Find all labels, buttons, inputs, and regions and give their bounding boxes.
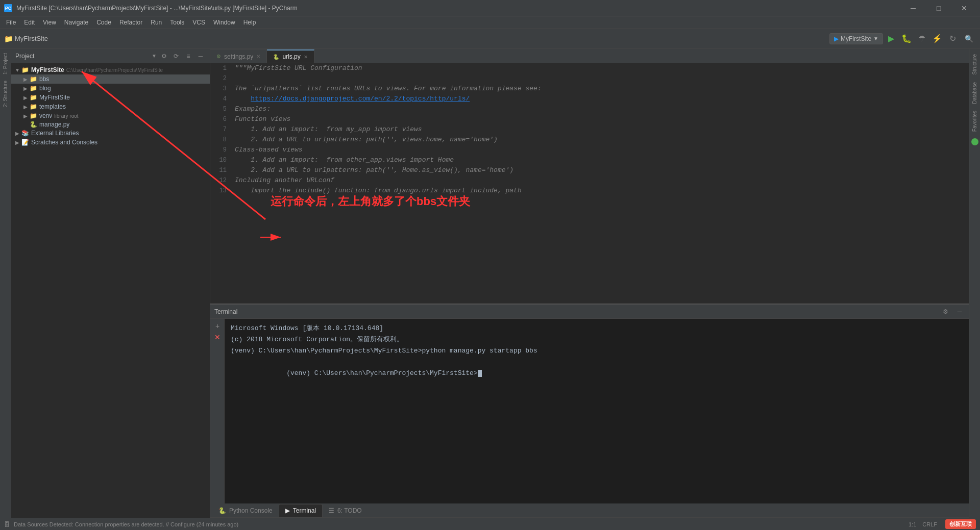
run-config-selector[interactable]: ▶ MyFirstSite ▼ [829,33,883,44]
toolbar-project: 📁 MyFirstSite [4,35,48,43]
extlibs-icon: 📚 [21,130,29,137]
run-config-icon: ▶ [834,35,839,42]
code-line-6: 6 Function views [210,114,969,124]
menu-edit[interactable]: Edit [20,16,39,29]
line-endings: CRLF [922,521,937,527]
terminal-settings-btn[interactable]: ⚙ [940,307,950,317]
project-sync-icon[interactable]: ⟳ [171,51,181,61]
scratches-icon: 📝 [21,139,29,146]
venv-library-label: library root [54,113,78,119]
run-button[interactable]: ▶ [884,32,898,46]
tree-managepy-label: manage.py [39,121,69,128]
terminal-minimize-btn[interactable]: ─ [954,307,965,317]
tab-todo[interactable]: ☰ 6: TODO [323,504,368,517]
tree-templates-label: templates [39,103,66,110]
code-editor[interactable]: 1 """MyFirstSite URL Configuration 2 3 T… [210,63,969,304]
menu-view[interactable]: View [39,16,60,29]
tree-myfirstsite-label: MyFirstSite [39,94,70,101]
code-line-9: 9 Class-based views [210,145,969,155]
profile-button[interactable]: ⚡ [930,32,944,46]
tree-ext-label: External Libraries [31,130,79,137]
urls-tab-close[interactable]: ✕ [304,54,308,60]
project-panel: Project ▼ ⚙ ⟳ ≡ ─ ▼ 📁 MyFirstSite C:\Use… [11,49,210,518]
reload-button[interactable]: ↻ [945,32,960,46]
folder-icon: 📁 [4,35,13,43]
terminal-prompt-line: (venv) C:\Users\han\PycharmProjects\MyFi… [231,357,963,390]
close-button[interactable]: ✕ [952,0,976,16]
code-line-12: 12 Including another URLconf [210,175,969,186]
menu-code[interactable]: Code [92,16,115,29]
templates-folder-icon: 📁 [30,103,37,110]
tree-item-managepy[interactable]: 🐍 manage.py [11,120,210,129]
code-line-5: 5 Examples: [210,104,969,114]
structure-strip-label[interactable]: 2: Structure [2,79,9,109]
coverage-button[interactable]: ☂ [915,32,929,46]
green-indicator[interactable] [971,138,978,145]
window-title: MyFirstSite [C:\Users\han\PycharmProject… [16,5,897,12]
tree-item-templates[interactable]: ▶ 📁 templates [11,102,210,111]
terminal-line-copyright: (c) 2018 Microsoft Corporation。保留所有权利。 [231,334,963,345]
tree-root-path: C:\Users\han\PycharmProjects\MyFirstSite [66,67,163,73]
terminal-header: Terminal ⚙ ─ [210,305,969,319]
code-line-8: 8 2. Add a URL to urlpatterns: path('', … [210,135,969,145]
bottom-tabs: 🐍 Python Console ▶ Terminal ☰ 6: TODO [210,503,969,518]
app-icon: PC [4,4,12,12]
terminal-section: Terminal ⚙ ─ + ✕ Microsoft Windows [版本 1… [210,304,969,518]
tree-bbs-label: bbs [39,75,49,83]
menu-tools[interactable]: Tools [166,16,188,29]
tab-python-console[interactable]: 🐍 Python Console [212,504,279,517]
terminal-add-btn[interactable]: + [212,321,223,331]
terminal-body-container: + ✕ Microsoft Windows [版本 10.0.17134.648… [210,319,969,503]
python-console-label: Python Console [229,507,273,514]
menu-help[interactable]: Help [239,16,260,29]
database-right-label[interactable]: Database [971,79,978,107]
code-line-11: 11 2. Add a URL to urlpatterns: path('',… [210,165,969,175]
tree-item-blog[interactable]: ▶ 📁 blog [11,84,210,93]
terminal-tab-label: Terminal [293,507,316,514]
project-collapse-icon[interactable]: ≡ [183,51,193,61]
myfirstsite-folder-icon: 📁 [30,94,37,101]
tree-item-bbs[interactable]: ▶ 📁 bbs [11,74,210,84]
terminal-tab-icon: ▶ [285,507,290,514]
terminal-output[interactable]: Microsoft Windows [版本 10.0.17134.648] (c… [225,319,969,503]
menu-file[interactable]: File [2,16,20,29]
project-close-icon[interactable]: ─ [195,51,206,61]
tree-item-external-libs[interactable]: ▶ 📚 External Libraries [11,129,210,138]
tab-settings[interactable]: ⚙ settings.py ✕ [210,49,267,63]
run-controls: ▶ MyFirstSite ▼ ▶ 🐛 ☂ ⚡ ↻ [829,32,960,46]
title-bar: PC MyFirstSite [C:\Users\han\PycharmProj… [0,0,980,16]
menu-navigate[interactable]: Navigate [60,16,92,29]
search-everywhere-button[interactable]: 🔍 [962,32,976,46]
minimize-button[interactable]: ─ [901,0,925,16]
maximize-button[interactable]: □ [927,0,950,16]
settings-tab-label: settings.py [224,53,253,60]
project-strip-label[interactable]: 1: Project [2,51,9,77]
tab-terminal[interactable]: ▶ Terminal [279,504,323,517]
terminal-line-windows: Microsoft Windows [版本 10.0.17134.648] [231,323,963,334]
tree-ext-arrow: ▶ [13,129,21,137]
tree-venv-arrow: ▶ [21,112,30,120]
tab-urls[interactable]: 🐍 urls.py ✕ [267,49,314,63]
debug-button[interactable]: 🐛 [899,32,914,46]
code-line-10: 10 1. Add an import: from other_app.view… [210,155,969,165]
terminal-close-btn[interactable]: ✕ [212,332,223,342]
settings-tab-close[interactable]: ✕ [256,54,260,59]
menu-run[interactable]: Run [146,16,166,29]
menu-window[interactable]: Window [209,16,239,29]
python-console-icon: 🐍 [218,507,226,514]
project-settings-gear[interactable]: ⚙ [159,51,169,61]
status-message: Data Sources Detected: Connection proper… [14,521,238,527]
tree-root[interactable]: ▼ 📁 MyFirstSite C:\Users\han\PycharmProj… [11,65,210,74]
tree-item-scratches[interactable]: ▶ 📝 Scratches and Consoles [11,138,210,147]
menu-vcs[interactable]: VCS [188,16,209,29]
menu-refactor[interactable]: Refactor [115,16,146,29]
favorites-right-label[interactable]: Favorites [971,108,978,135]
window-controls: ─ □ ✕ [901,0,976,16]
tree-item-myfirstsite[interactable]: ▶ 📁 MyFirstSite [11,93,210,102]
managepy-file-icon: 🐍 [30,121,37,128]
tree-item-venv[interactable]: ▶ 📁 venv library root [11,111,210,120]
left-tool-strip: 1: Project 2: Structure [0,49,11,518]
watermark: 创新互联 [945,519,976,529]
terminal-prompt: (venv) C:\Users\han\PycharmProjects\MyFi… [286,369,477,377]
structure-right-label[interactable]: Structure [971,51,978,78]
